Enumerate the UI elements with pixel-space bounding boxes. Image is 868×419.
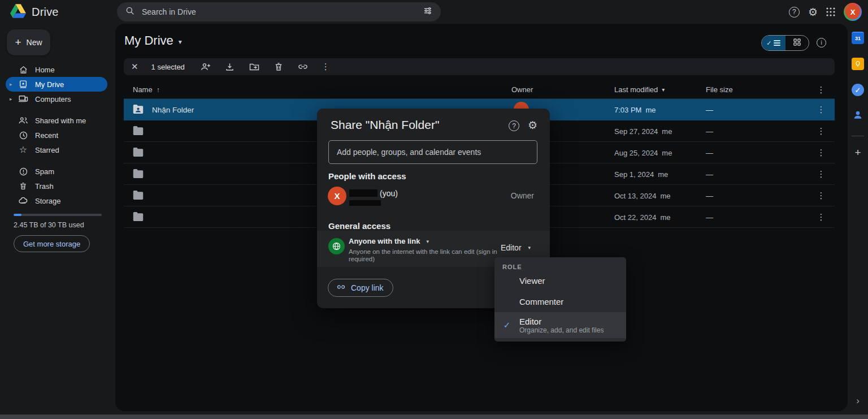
contacts-icon [852,109,863,123]
sidebar-item-storage[interactable]: Storage [6,193,107,208]
expand-panel-chevron-icon[interactable]: › [856,395,860,407]
drive-logo-icon [10,4,26,20]
people-icon [18,115,28,126]
my-drive-icon [18,79,28,89]
role-label: Editor [519,317,604,326]
download-icon[interactable] [224,61,236,72]
storage-usage-text: 2.45 TB of 30 TB used [14,221,115,229]
redacted-email [349,200,381,206]
contacts-app-button[interactable] [850,109,865,123]
window-bottom-edge [0,414,868,419]
grid-view-icon [793,38,801,48]
row-more-icon[interactable]: ⋮ [808,169,835,179]
top-actions: ? ⚙ X [789,2,862,21]
menu-item-viewer[interactable]: Viewer [494,270,626,291]
menu-item-editor[interactable]: ✓ Editor Organize, add, and edit files [494,312,626,338]
clear-selection-icon[interactable]: ✕ [131,62,138,72]
new-button-label: New [27,38,42,47]
help-icon: ? [509,120,519,131]
sidebar-item-home[interactable]: Home [6,62,107,77]
role-dropdown-button[interactable]: Editor ▾ [501,243,531,252]
copy-link-button[interactable]: Copy link [328,279,393,297]
dialog-title: Share "Nhận Folder" [331,118,439,132]
person-access-row[interactable]: X (you) Owner [328,185,539,210]
modified-by: me [662,127,672,136]
help-icon[interactable]: ? [789,7,800,18]
header-more-icon[interactable]: ⋮ [808,85,835,95]
expand-arrow-icon[interactable]: ▸ [10,96,12,102]
trash-icon [18,181,28,191]
row-more-icon[interactable]: ⋮ [808,126,835,136]
column-owner[interactable]: Owner [511,85,614,94]
move-to-folder-icon[interactable] [249,61,260,72]
search-bar[interactable] [117,2,441,21]
check-icon: ✓ [766,40,771,47]
get-more-storage-button[interactable]: Get more storage [14,235,90,252]
tasks-app-button[interactable]: ✓ [850,83,865,97]
grid-view-button[interactable] [785,36,809,50]
sidebar-item-recent[interactable]: Recent [6,128,107,142]
share-settings-icon[interactable]: ⚙ [528,120,537,131]
expand-arrow-icon[interactable]: ▸ [10,81,12,87]
link-icon [336,282,346,293]
modified-by: me [660,213,670,222]
trash-icon[interactable] [273,61,284,72]
row-more-icon[interactable]: ⋮ [808,212,835,222]
modified-time: Aug 25, 2024 [614,149,658,157]
add-app-icon[interactable]: + [854,146,861,159]
sidebar-item-my-drive[interactable]: ▸ My Drive [6,77,107,92]
role-description: Organize, add, and edit files [519,326,604,334]
home-icon [18,64,28,75]
spam-icon [18,166,28,176]
sidebar: + New Home ▸ My Drive ▸ [0,24,115,414]
sidebar-item-spam[interactable]: Spam [6,164,107,179]
rail-divider [852,136,864,136]
column-size[interactable]: File size [706,85,808,94]
row-more-icon[interactable]: ⋮ [808,148,835,158]
access-scope-dropdown[interactable]: Anyone with the link ▾ [349,237,429,245]
row-more-icon[interactable]: ⋮ [808,105,835,115]
avatar-initial: X [845,5,860,19]
folder-icon [133,126,144,137]
settings-icon[interactable]: ⚙ [808,7,818,18]
google-apps-icon[interactable] [826,7,835,16]
modified-time: 7:03 PM [614,106,641,114]
modified-by: me [662,149,672,157]
selection-count: 1 selected [151,63,185,71]
keep-app-button[interactable] [850,57,865,71]
share-person-add-icon[interactable] [200,61,211,72]
sidebar-item-computers[interactable]: ▸ Computers [6,92,107,106]
folder-icon [133,169,144,180]
folder-icon [133,148,144,158]
account-avatar[interactable]: X [844,3,862,21]
row-more-icon[interactable]: ⋮ [808,191,835,201]
drive-brand[interactable]: Drive [10,4,59,20]
sidebar-item-starred[interactable]: ☆ Starred [6,142,107,157]
add-people-input[interactable] [328,140,537,164]
search-input[interactable] [142,7,416,16]
dialog-help-button[interactable]: ? [509,120,519,131]
you-label: (you) [380,189,398,198]
details-button[interactable]: i [817,38,826,47]
column-name[interactable]: Name ↑ [133,85,511,94]
list-view-button[interactable]: ✓ [762,36,785,50]
sidebar-item-trash[interactable]: Trash [6,179,107,193]
redacted-name [349,189,377,197]
sidebar-item-shared-with-me[interactable]: Shared with me [6,113,107,128]
person-role: Owner [511,191,534,200]
nav-group-main: Home ▸ My Drive ▸ Computers [0,62,115,106]
person-avatar: X [328,187,346,205]
more-actions-icon[interactable]: ⋮ [322,62,330,72]
general-access-heading: General access [328,221,390,231]
calendar-icon: 31 [852,32,864,44]
file-size: — [706,106,808,114]
clock-icon [18,130,28,140]
sort-descending-icon: ▾ [662,87,665,93]
calendar-app-button[interactable]: 31 [850,31,865,45]
get-link-icon[interactable] [297,61,309,72]
menu-item-commenter[interactable]: Commenter [494,291,626,312]
search-filters-icon[interactable] [423,6,433,18]
page-title[interactable]: My Drive ▾ [124,33,182,48]
new-button[interactable]: + New [7,29,50,55]
column-modified[interactable]: Last modified ▾ [614,85,706,94]
